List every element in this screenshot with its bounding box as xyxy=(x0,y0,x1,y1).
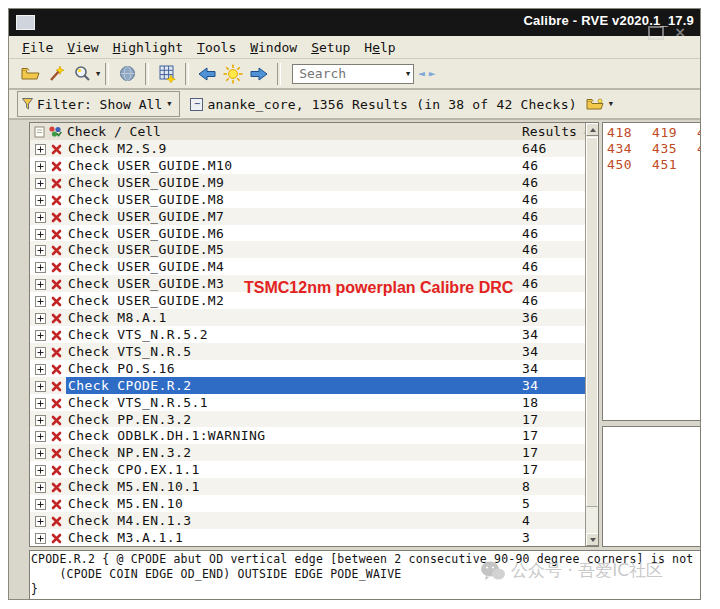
report-dropdown-icon[interactable]: ▼ xyxy=(609,100,613,108)
table-header: Check / Cell Results xyxy=(30,123,585,141)
result-number[interactable]: 451 xyxy=(652,157,697,173)
expand-icon[interactable] xyxy=(35,380,46,395)
expand-icon[interactable] xyxy=(35,363,46,378)
result-number[interactable]: 419 xyxy=(652,125,697,141)
prev-arrow-icon[interactable] xyxy=(195,62,219,86)
table-row[interactable]: Check CPODE.R.2 34 xyxy=(30,377,585,394)
expand-icon[interactable] xyxy=(35,447,46,462)
window-controls[interactable]: × xyxy=(648,26,686,40)
expand-icon[interactable] xyxy=(35,312,46,327)
scroll-down-button[interactable] xyxy=(586,533,598,546)
column-header-results[interactable]: Results xyxy=(522,124,591,139)
column-header-check-cell[interactable]: Check / Cell xyxy=(67,124,161,139)
next-arrow-icon[interactable] xyxy=(247,62,271,86)
globe-icon[interactable] xyxy=(115,62,139,86)
filter-button[interactable]: Filter: Show All ▼ xyxy=(17,91,180,117)
table-row[interactable]: Check USER_GUIDE.M6 46 xyxy=(30,225,585,242)
expand-icon[interactable] xyxy=(35,295,46,310)
expand-icon[interactable] xyxy=(35,160,46,175)
expand-icon[interactable] xyxy=(35,177,46,192)
expand-icon[interactable] xyxy=(35,329,46,344)
table-row[interactable]: Check USER_GUIDE.M10 46 xyxy=(30,157,585,174)
restore-icon[interactable] xyxy=(648,26,664,40)
close-icon[interactable]: × xyxy=(674,26,686,40)
scroll-up-button[interactable] xyxy=(586,123,598,136)
table-row[interactable]: Check PO.S.16 34 xyxy=(30,360,585,377)
result-number[interactable]: 435 xyxy=(652,141,697,157)
menu-item-highlight[interactable]: Highlight xyxy=(106,38,190,57)
table-row[interactable]: Check USER_GUIDE.M7 46 xyxy=(30,208,585,225)
expand-icon[interactable] xyxy=(35,211,46,226)
table-row[interactable]: Check M5.EN.10 5 xyxy=(30,495,585,512)
results-cell: 4 xyxy=(522,513,530,528)
table-row[interactable]: Check M3.A.1.1 3 xyxy=(30,529,585,546)
expand-icon[interactable] xyxy=(35,261,46,276)
check-cell-label: Check VTS_N.R.5.2 xyxy=(68,327,208,342)
table-row[interactable]: Check VTS_N.R.5.2 34 xyxy=(30,326,585,343)
result-number[interactable]: 4 xyxy=(697,125,701,141)
menu-item-help[interactable]: Help xyxy=(357,38,402,57)
table-row[interactable]: Check VTS_N.R.5 34 xyxy=(30,343,585,360)
table-row[interactable]: Check ODBLK.DH.1:WARNING 17 xyxy=(30,427,585,444)
report-folder-icon[interactable] xyxy=(583,92,607,116)
checks-cluster-icon[interactable] xyxy=(48,125,62,138)
table-row[interactable]: Check USER_GUIDE.M8 46 xyxy=(30,191,585,208)
vertical-scrollbar[interactable] xyxy=(585,123,598,546)
zoom-search-icon[interactable] xyxy=(70,62,94,86)
menu-item-window[interactable]: Window xyxy=(243,38,304,57)
table-row[interactable]: Check USER_GUIDE.M9 46 xyxy=(30,174,585,191)
table-row[interactable]: Check M5.EN.10.1 8 xyxy=(30,478,585,495)
results-cell: 17 xyxy=(522,462,538,477)
highlight-all-sun-icon[interactable] xyxy=(221,62,245,86)
zoom-options-dropdown-icon[interactable]: ▼ xyxy=(96,70,100,78)
expand-icon[interactable] xyxy=(35,481,46,496)
results-cell: 46 xyxy=(522,242,538,257)
search-dropdown-icon[interactable]: ▼ xyxy=(406,70,410,78)
table-row[interactable]: Check M4.EN.1.3 4 xyxy=(30,512,585,529)
menu-item-view[interactable]: View xyxy=(60,38,105,57)
expand-icon[interactable] xyxy=(35,397,46,412)
report-page-icon[interactable] xyxy=(34,126,45,138)
expand-icon[interactable] xyxy=(35,143,46,158)
table-row[interactable]: Check M2.S.9 646 xyxy=(30,140,585,157)
table-row[interactable]: Check CPO.EX.1.1 17 xyxy=(30,461,585,478)
expand-icon[interactable] xyxy=(35,194,46,209)
table-row[interactable]: Check PP.EN.3.2 17 xyxy=(30,411,585,428)
menu-item-file[interactable]: File xyxy=(15,38,60,57)
scrollbar-thumb[interactable] xyxy=(586,137,598,507)
result-number[interactable]: 434 xyxy=(607,141,652,157)
expand-icon[interactable] xyxy=(35,278,46,293)
error-x-icon xyxy=(51,160,62,175)
expand-icon[interactable] xyxy=(35,464,46,479)
result-number[interactable]: 4 xyxy=(697,141,701,157)
table-row[interactable]: Check M8.A.1 36 xyxy=(30,309,585,326)
expand-icon[interactable] xyxy=(35,244,46,259)
expand-icon[interactable] xyxy=(35,430,46,445)
expand-icon[interactable] xyxy=(35,414,46,429)
expand-icon[interactable] xyxy=(35,228,46,243)
window-system-icon[interactable] xyxy=(16,15,35,30)
expand-icon[interactable] xyxy=(35,498,46,513)
table-row[interactable]: Check USER_GUIDE.M4 46 xyxy=(30,258,585,275)
search-input[interactable] xyxy=(297,65,396,82)
search-next-icon[interactable]: ► xyxy=(429,67,436,80)
schematic-icon[interactable] xyxy=(155,62,179,86)
table-row[interactable]: Check USER_GUIDE.M5 46 xyxy=(30,241,585,258)
results-cell: 46 xyxy=(522,192,538,207)
open-folder-icon[interactable] xyxy=(18,62,42,86)
search-prev-icon[interactable]: ◄ xyxy=(418,67,425,80)
menu-item-tools[interactable]: Tools xyxy=(190,38,243,57)
highlight-wand-icon[interactable] xyxy=(44,62,68,86)
menu-item-setup[interactable]: Setup xyxy=(304,38,357,57)
expand-icon[interactable] xyxy=(35,515,46,530)
collapse-icon[interactable]: − xyxy=(190,98,203,111)
expand-icon[interactable] xyxy=(35,532,46,546)
result-number[interactable]: 450 xyxy=(607,157,652,173)
table-row[interactable]: Check VTS_N.R.5.1 18 xyxy=(30,394,585,411)
results-cell: 36 xyxy=(522,310,538,325)
table-row[interactable]: Check NP.EN.3.2 17 xyxy=(30,444,585,461)
error-x-icon xyxy=(51,430,62,445)
expand-icon[interactable] xyxy=(35,346,46,361)
result-number[interactable]: 418 xyxy=(607,125,652,141)
error-x-icon xyxy=(51,397,62,412)
